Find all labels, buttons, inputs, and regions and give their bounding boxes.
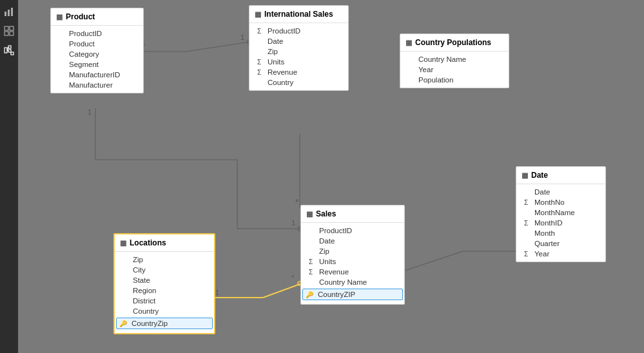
table-product-title: Product [66,12,95,21]
table-icon: ▦ [120,239,126,247]
svg-text:1: 1 [215,289,219,296]
svg-rect-4 [10,26,14,30]
svg-line-36 [405,251,463,271]
table-date-title: Date [531,171,548,180]
field-zip: Zip [301,246,404,256]
field-revenue: ΣRevenue [249,67,348,77]
svg-text:1: 1 [291,219,295,227]
table-country-pop-fields: Country Name Year Population [400,52,509,88]
grid-icon[interactable] [3,24,15,37]
field-units: ΣUnits [301,256,404,267]
table-country-pop-header: ▦ Country Populations [400,34,509,52]
field-date: Date [249,36,348,46]
table-date-fields: Date ΣMonthNo MonthName ΣMonthID Month Q… [516,184,605,262]
field-countryzip-label: CountryZIP [318,291,355,298]
field-productid: ΣProductID [249,26,348,36]
table-sales[interactable]: ▦ Sales ProductID Date Zip ΣUnits ΣReven… [300,205,405,305]
field-district: District [115,296,214,306]
sidebar [0,0,18,353]
field-year: ΣYear [516,249,605,259]
sigma-icon: Σ [257,69,265,76]
field-countryzip[interactable]: 🔑 CountryZip [116,318,213,329]
field-units: ΣUnits [249,57,348,67]
svg-text:*: * [291,274,295,281]
svg-rect-7 [5,48,7,53]
field-manufacturerid: ManufacturerID [51,70,143,80]
sigma-icon: Σ [524,199,532,206]
field-product: Product [51,39,143,49]
field-state: State [115,275,214,285]
table-intl-sales-title: International Sales [264,10,333,19]
field-date: Date [516,187,605,197]
table-country-pop-title: Country Populations [415,38,491,47]
field-countryzip[interactable]: 🔑 CountryZIP [302,289,403,300]
table-icon: ▦ [56,13,63,21]
field-country: Country [249,77,348,88]
field-manufacturer: Manufacturer [51,80,143,90]
field-zip: Zip [115,254,214,265]
field-city: City [115,265,214,275]
field-category: Category [51,49,143,59]
svg-rect-10 [11,52,14,55]
table-product-fields: ProductID Product Category Segment Manuf… [51,26,143,93]
svg-rect-0 [5,12,6,16]
table-product-header: ▦ Product [51,8,143,26]
table-product[interactable]: ▦ Product ProductID Product Category Seg… [50,8,144,93]
field-month: Month [516,228,605,238]
field-population: Population [400,75,509,85]
table-sales-header: ▦ Sales [301,205,404,223]
field-region: Region [115,285,214,296]
sigma-icon: Σ [257,59,265,66]
table-icon: ▦ [306,210,313,218]
field-productid: ProductID [51,28,143,39]
table-sales-title: Sales [316,209,336,218]
schema-icon[interactable] [3,44,15,57]
field-quarter: Quarter [516,238,605,249]
svg-text:*: * [295,197,298,207]
field-date: Date [301,236,404,246]
chart-icon[interactable] [3,5,15,18]
sigma-icon: Σ [524,220,532,227]
table-locations-title: Locations [130,238,166,247]
table-icon: ▦ [255,10,261,19]
svg-rect-2 [11,8,13,16]
svg-text:1: 1 [88,108,92,116]
field-monthno: ΣMonthNo [516,197,605,207]
table-icon: ▦ [522,171,528,180]
table-locations-header: ▦ Locations [115,234,214,252]
field-segment: Segment [51,59,143,70]
table-locations[interactable]: ▦ Locations Zip City State Region Distri… [113,233,215,334]
svg-rect-1 [8,10,10,16]
field-monthname: MonthName [516,207,605,218]
sigma-icon: Σ [309,258,317,265]
sigma-icon: Σ [257,28,265,35]
svg-rect-3 [5,26,8,30]
table-locations-fields: Zip City State Region District Country 🔑… [115,252,214,333]
svg-rect-5 [5,32,8,35]
table-country-populations[interactable]: ▦ Country Populations Country Name Year … [400,33,509,88]
svg-rect-9 [8,50,11,52]
svg-line-14 [186,42,250,52]
table-intl-sales-header: ▦ International Sales [249,6,348,23]
sigma-icon: Σ [309,269,317,276]
field-productid: ProductID [301,225,404,236]
svg-rect-6 [10,32,14,35]
field-country-name: Country Name [400,54,509,64]
table-international-sales[interactable]: ▦ International Sales ΣProductID Date Zi… [249,5,349,91]
table-date-header: ▦ Date [516,167,605,184]
key-icon: 🔑 [306,291,313,298]
canvas: * 1 1 1 * 1 * 1 * [18,0,644,353]
field-revenue: ΣRevenue [301,267,404,277]
field-zip: Zip [249,46,348,57]
field-country: Country [115,306,214,316]
field-year: Year [400,64,509,75]
table-date[interactable]: ▦ Date Date ΣMonthNo MonthName ΣMonthID … [516,166,606,262]
svg-line-30 [263,283,302,298]
field-countryzip-label: CountryZip [132,320,168,327]
svg-rect-8 [8,46,11,48]
key-icon: 🔑 [119,320,127,327]
table-icon: ▦ [405,39,412,47]
table-sales-fields: ProductID Date Zip ΣUnits ΣRevenue Count… [301,223,404,304]
svg-text:1: 1 [240,33,244,41]
sigma-icon: Σ [524,251,532,258]
